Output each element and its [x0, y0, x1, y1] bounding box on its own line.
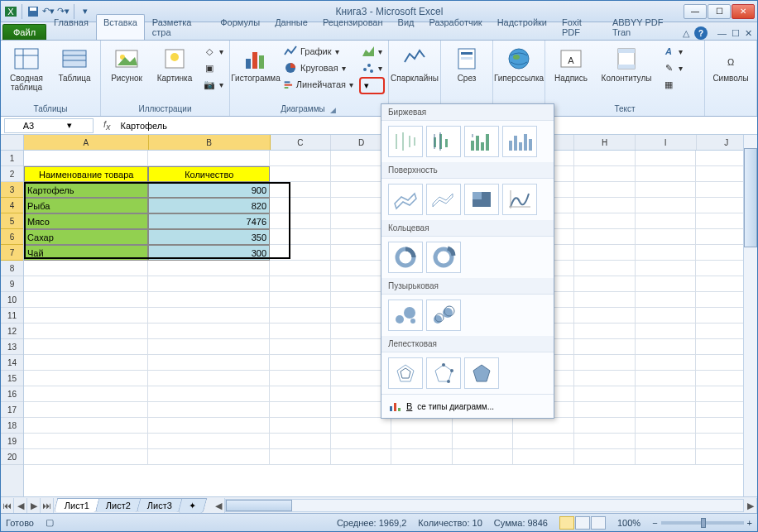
- row-header[interactable]: 18: [1, 418, 23, 434]
- signature-button[interactable]: ✎▾: [660, 60, 685, 75]
- cell[interactable]: [636, 371, 697, 386]
- cell[interactable]: [270, 386, 331, 402]
- tab-вставка[interactable]: Вставка: [96, 14, 145, 40]
- histogram-button[interactable]: Гистограмма: [233, 42, 278, 84]
- cell[interactable]: [331, 449, 392, 465]
- row-header[interactable]: 10: [1, 292, 23, 308]
- close-button[interactable]: ✕: [732, 4, 755, 19]
- chart-type-thumb[interactable]: [388, 357, 423, 389]
- maximize-button[interactable]: ☐: [708, 4, 731, 19]
- child-close-icon[interactable]: ✕: [745, 28, 752, 39]
- cell[interactable]: [574, 434, 636, 449]
- cell[interactable]: [574, 229, 636, 245]
- row-header[interactable]: 17: [1, 402, 23, 418]
- cell[interactable]: [270, 276, 331, 292]
- cell[interactable]: Картофель: [24, 182, 148, 198]
- cell[interactable]: [270, 418, 331, 434]
- col-header[interactable]: B: [149, 135, 271, 150]
- tab-abbyy pdf tran[interactable]: ABBYY PDF Tran: [605, 14, 683, 40]
- cell[interactable]: [270, 355, 331, 371]
- col-header[interactable]: H: [574, 135, 636, 150]
- cell[interactable]: [574, 276, 636, 292]
- cell[interactable]: [574, 371, 636, 386]
- select-all-corner[interactable]: [1, 135, 23, 151]
- row-header[interactable]: 13: [1, 339, 23, 355]
- zoom-level[interactable]: 100%: [617, 518, 640, 528]
- view-normal[interactable]: [559, 516, 574, 530]
- cell[interactable]: [636, 213, 697, 229]
- row-header[interactable]: 5: [1, 213, 23, 229]
- cell[interactable]: 7476: [148, 213, 270, 229]
- chart-type-thumb[interactable]: [502, 126, 537, 157]
- fx-icon[interactable]: fx: [97, 119, 118, 132]
- cell[interactable]: [24, 292, 148, 308]
- cell[interactable]: [636, 261, 697, 276]
- other-charts-button[interactable]: ▾: [359, 77, 385, 94]
- cell[interactable]: [24, 308, 148, 324]
- cell[interactable]: [148, 151, 270, 166]
- row-header[interactable]: 1: [1, 151, 23, 166]
- pivot-table-button[interactable]: Сводная таблица: [4, 42, 49, 93]
- cell[interactable]: [148, 386, 270, 402]
- cell[interactable]: [270, 166, 331, 182]
- cell[interactable]: [24, 276, 148, 292]
- cell[interactable]: [270, 261, 331, 276]
- pie-chart-button[interactable]: Круговая ▾: [281, 60, 356, 75]
- view-page-layout[interactable]: [575, 516, 590, 530]
- row-header[interactable]: 6: [1, 229, 23, 245]
- chart-type-thumb[interactable]: [426, 184, 461, 215]
- tab-вид[interactable]: Вид: [391, 14, 422, 40]
- sheet-tab[interactable]: Лист3: [137, 498, 184, 512]
- sheet-tab[interactable]: Лист1: [54, 498, 101, 512]
- cell[interactable]: Мясо: [24, 213, 148, 229]
- cell[interactable]: [574, 402, 636, 418]
- sheet-tab[interactable]: Лист2: [95, 498, 142, 512]
- cell[interactable]: [636, 182, 697, 198]
- macro-record-icon[interactable]: ▢: [46, 517, 54, 528]
- cell[interactable]: [24, 402, 148, 418]
- cell[interactable]: [636, 229, 697, 245]
- child-minimize-icon[interactable]: —: [717, 28, 727, 38]
- all-chart-types-button[interactable]: Все типы диаграмм...: [381, 394, 554, 418]
- cell[interactable]: 300: [148, 245, 270, 261]
- cell[interactable]: [148, 261, 270, 276]
- cell[interactable]: [270, 151, 331, 166]
- chart-type-thumb[interactable]: [464, 126, 499, 157]
- cell[interactable]: [636, 276, 697, 292]
- cell[interactable]: [391, 418, 453, 434]
- vertical-scrollbar[interactable]: [743, 135, 757, 496]
- cell[interactable]: [148, 324, 270, 339]
- row-header[interactable]: 16: [1, 386, 23, 402]
- sheet-nav-last[interactable]: ⏭: [41, 498, 54, 513]
- cell[interactable]: [636, 324, 697, 339]
- cell[interactable]: [270, 213, 331, 229]
- clipart-button[interactable]: Картинка: [152, 42, 197, 84]
- name-box[interactable]: A3▾: [4, 118, 94, 133]
- line-chart-button[interactable]: График ▾: [281, 44, 356, 59]
- hyperlink-button[interactable]: Гиперссылка: [497, 42, 541, 84]
- cell[interactable]: [574, 166, 636, 182]
- cell[interactable]: [636, 402, 697, 418]
- cell[interactable]: [513, 449, 574, 465]
- cell[interactable]: [574, 308, 636, 324]
- minimize-button[interactable]: —: [684, 4, 707, 19]
- shapes-button[interactable]: ◇▾: [200, 44, 226, 59]
- tab-формулы[interactable]: Формулы: [213, 14, 267, 40]
- cell[interactable]: [148, 276, 270, 292]
- cell[interactable]: [148, 355, 270, 371]
- cell[interactable]: Рыба: [24, 198, 148, 213]
- cell[interactable]: [148, 434, 270, 449]
- cell[interactable]: [270, 339, 331, 355]
- cell[interactable]: [574, 339, 636, 355]
- wordart-button[interactable]: A▾: [660, 44, 685, 59]
- row-header[interactable]: 8: [1, 261, 23, 276]
- cell[interactable]: [148, 402, 270, 418]
- cell[interactable]: [270, 229, 331, 245]
- tab-file[interactable]: Файл: [2, 24, 46, 40]
- sparklines-button[interactable]: Спарклайны: [392, 42, 437, 84]
- table-button[interactable]: Таблица: [52, 42, 97, 84]
- col-header[interactable]: C: [271, 135, 332, 150]
- cell[interactable]: Наименование товара: [24, 166, 148, 182]
- cell[interactable]: [270, 434, 331, 449]
- cell[interactable]: [636, 308, 697, 324]
